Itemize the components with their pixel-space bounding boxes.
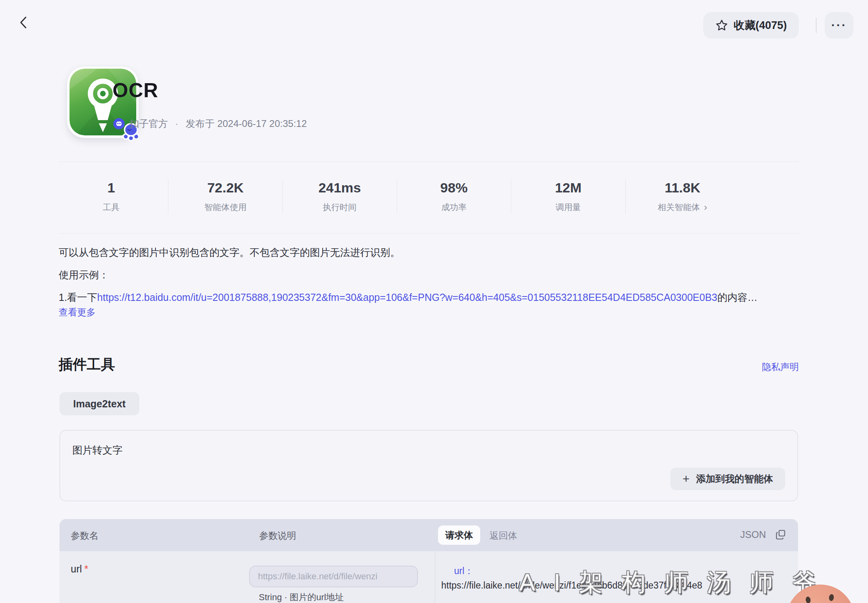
- json-key: url：: [454, 565, 474, 577]
- stat-value: 98%: [440, 180, 468, 196]
- stat-success-rate: 98% 成功率: [397, 180, 511, 213]
- params-table-header: 参数名 参数说明 请求体 返回体 JSON: [59, 519, 798, 551]
- star-icon: [715, 19, 728, 32]
- tool-card: 图片转文字 + 添加到我的智能体: [59, 430, 798, 501]
- stat-value: 1: [107, 180, 115, 196]
- page-title: OCR: [113, 79, 158, 102]
- stat-label: 相关智能体 ›: [658, 202, 707, 213]
- param-name-cell: url*: [71, 563, 88, 575]
- stat-exec-time: 241ms 执行时间: [283, 180, 397, 213]
- tab-request-body[interactable]: 请求体: [438, 525, 480, 545]
- stat-label: 智能体使用: [204, 202, 246, 213]
- example-prefix: 1.看一下: [59, 292, 97, 303]
- publisher-row: 扣子官方 · 发布于 2024-06-17 20:35:12: [113, 117, 307, 130]
- favorite-label: 收藏(4075): [734, 18, 787, 33]
- plus-icon: +: [682, 472, 690, 486]
- copy-icon[interactable]: [775, 529, 787, 541]
- stat-label-text: 相关智能体: [658, 202, 700, 213]
- table-panel-divider: [435, 551, 435, 603]
- required-asterisk: *: [84, 563, 88, 574]
- stats-bottom-divider: [59, 233, 799, 233]
- stat-calls: 12M 调用量: [511, 180, 625, 213]
- tool-name: 图片转文字: [72, 444, 123, 457]
- tab-image2text[interactable]: Image2text: [59, 392, 139, 415]
- published-date: 发布于 2024-06-17 20:35:12: [186, 117, 307, 130]
- stat-value: 72.2K: [207, 180, 244, 196]
- chevron-left-icon: [18, 16, 28, 29]
- publisher-name: 扣子官方: [129, 117, 168, 130]
- add-to-agent-label: 添加到我的智能体: [696, 472, 773, 485]
- stat-tools: 1 工具: [54, 180, 168, 213]
- description-example-line: 1.看一下https://t12.baidu.com/it/u=20018758…: [59, 291, 757, 304]
- tab-response-body[interactable]: 返回体: [489, 529, 517, 542]
- description-line1: 可以从包含文字的图片中识别包含的文字。不包含文字的图片无法进行识别。: [59, 246, 400, 259]
- topbar-divider: [816, 18, 817, 33]
- column-header-param-name: 参数名: [71, 529, 98, 542]
- stat-value: 12M: [555, 180, 581, 196]
- stat-label: 调用量: [555, 202, 581, 213]
- stat-value: 11.8K: [665, 180, 700, 196]
- param-name: url: [71, 563, 82, 574]
- url-input[interactable]: [249, 566, 418, 587]
- example-url-link[interactable]: https://t12.baidu.com/it/u=2001875888,19…: [97, 292, 717, 303]
- stat-value: 241ms: [318, 180, 361, 196]
- see-more-link[interactable]: 查看更多: [59, 306, 96, 319]
- ellipsis-icon: ···: [831, 18, 847, 32]
- publisher-separator: ·: [175, 118, 178, 129]
- more-button[interactable]: ···: [825, 12, 854, 39]
- tools-section-title: 插件工具: [59, 355, 115, 374]
- coze-publisher-icon: [113, 118, 125, 129]
- stat-related-agents[interactable]: 11.8K 相关智能体 ›: [626, 180, 739, 213]
- description-line2: 使用示例：: [59, 268, 109, 282]
- stat-label: 成功率: [441, 202, 467, 213]
- stats-row: 1 工具 72.2K 智能体使用 241ms 执行时间 98% 成功率 12M …: [54, 170, 739, 223]
- json-view-group: JSON: [740, 529, 787, 541]
- stat-agent-usage: 72.2K 智能体使用: [168, 180, 282, 213]
- stats-top-divider: [59, 161, 799, 162]
- example-suffix: 的内容…: [717, 292, 757, 303]
- back-button[interactable]: [14, 14, 32, 31]
- stat-label: 执行时间: [323, 202, 356, 213]
- param-type-desc: String · 图片的url地址: [259, 591, 344, 603]
- stat-label: 工具: [103, 202, 120, 213]
- json-label: JSON: [740, 529, 766, 540]
- column-header-param-desc: 参数说明: [259, 529, 296, 542]
- watermark: AI架构师汤师爷: [519, 566, 835, 599]
- add-to-agent-button[interactable]: + 添加到我的智能体: [670, 468, 785, 490]
- chevron-right-icon: ›: [704, 202, 707, 213]
- favorite-button[interactable]: 收藏(4075): [703, 12, 799, 39]
- privacy-statement-link[interactable]: 隐私声明: [762, 361, 799, 373]
